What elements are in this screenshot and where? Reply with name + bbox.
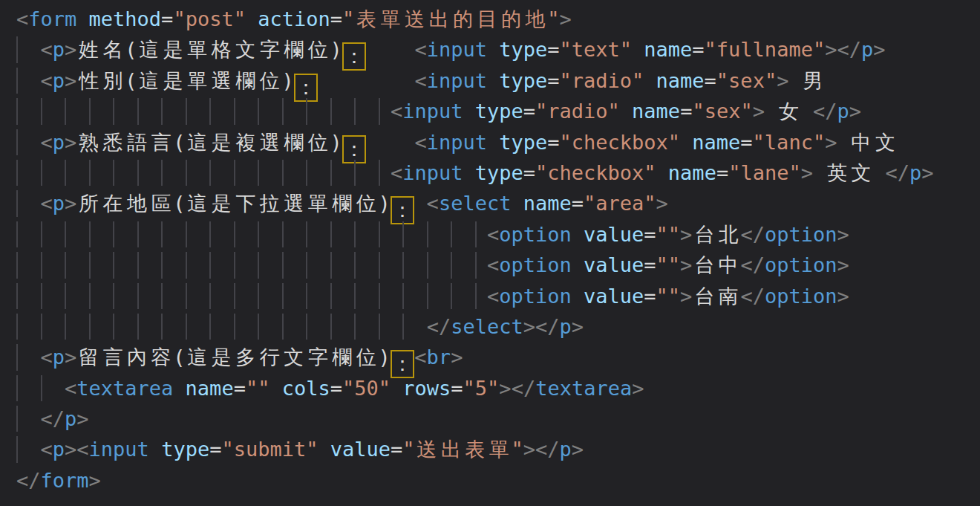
syntax-punctuation: > [65, 438, 76, 461]
syntax-punctuation: > [65, 69, 76, 92]
indent-guide [161, 160, 163, 186]
indent-guide [427, 252, 428, 278]
syntax-string: 目 [475, 4, 500, 34]
code-line-3[interactable]: <p>性別(這是單選欄位)： <input type="radio" name=… [0, 65, 980, 96]
syntax-text: = [523, 100, 535, 123]
indent-guide [16, 221, 18, 247]
syntax-tag: p [65, 407, 76, 430]
indent-guide [41, 314, 42, 340]
syntax-string: "radio" [535, 100, 620, 123]
syntax-text: ( [173, 131, 185, 154]
indent-guide [209, 252, 211, 278]
code-line-15[interactable]: <p><input type="submit" value="送出表單"></p… [0, 434, 980, 464]
indent-guide [16, 190, 18, 216]
indent-guide [186, 283, 187, 309]
indent-guide [354, 160, 356, 186]
indent-guide [475, 221, 477, 247]
code-line-7[interactable]: <p>所在地區(這是下拉選單欄位)： <select name="area"> [0, 188, 980, 218]
syntax-text: 多 [234, 342, 258, 372]
syntax-text [765, 100, 777, 123]
code-line-10[interactable]: <option value="">台南</option> [0, 281, 980, 311]
syntax-punctuation: > [65, 38, 76, 61]
indent-guide [354, 221, 356, 247]
code-line-2[interactable]: <p>姓名(這是單格文字欄位)： <input type="text" name… [0, 34, 980, 65]
syntax-text: 語 [125, 127, 149, 158]
indent-guide [354, 252, 356, 278]
indent-guide [65, 252, 66, 278]
syntax-text [801, 100, 813, 123]
syntax-string: "" [656, 285, 681, 308]
code-line-13[interactable]: <textarea name="" cols="50" rows="5"></t… [0, 373, 980, 403]
indent-guide [282, 160, 284, 186]
indent-guide [402, 252, 404, 278]
indent-guide [113, 221, 114, 247]
syntax-attribute: value [584, 285, 644, 308]
syntax-attribute: name [656, 69, 705, 92]
indent-guide [330, 314, 332, 340]
code-line-4[interactable]: <input type="radio" name="sex"> 女 </p> [0, 96, 980, 126]
indent-guide [137, 314, 139, 340]
code-editor[interactable]: <form method="post" action="表單送出的目的地"> <… [0, 0, 980, 506]
indent-guide [89, 283, 91, 309]
syntax-text [414, 192, 426, 215]
syntax-attribute: name [523, 192, 572, 215]
syntax-text [318, 438, 330, 461]
syntax-attribute: name [644, 38, 692, 61]
code-line-11[interactable]: </select></p> [0, 311, 980, 342]
indent-guide [16, 129, 18, 155]
syntax-string: 單 [487, 434, 512, 464]
code-line-1[interactable]: <form method="post" action="表單送出的目的地"> [0, 4, 980, 34]
syntax-attribute: name [632, 100, 680, 123]
indent-guide [137, 98, 139, 124]
syntax-tag: option [765, 223, 837, 246]
indent-guide [258, 98, 259, 124]
indent-guide [282, 283, 284, 309]
indent-guide [16, 375, 18, 401]
indent-guide [282, 221, 284, 247]
syntax-string: "lane" [728, 161, 801, 184]
syntax-text: 性 [76, 65, 101, 96]
syntax-text: = [716, 161, 728, 184]
syntax-punctuation: < [487, 223, 499, 246]
code-line-12[interactable]: <p>留言內容(這是多行文字欄位)：<br> [0, 342, 980, 372]
syntax-punctuation: </ [813, 100, 837, 123]
code-line-14[interactable]: </p> [0, 403, 980, 434]
syntax-tag: p [53, 38, 65, 61]
code-line-5[interactable]: <p>熟悉語言(這是複選欄位)： <input type="checkbox" … [0, 127, 980, 158]
syntax-string: " [342, 7, 354, 30]
syntax-text [318, 69, 414, 92]
code-line-9[interactable]: <option value="">台中</option> [0, 250, 980, 280]
syntax-text: = [644, 285, 656, 308]
syntax-punctuation: > [680, 223, 692, 246]
indent-guide [234, 221, 235, 247]
syntax-punctuation: > [632, 377, 644, 400]
syntax-text: 選 [258, 127, 282, 158]
syntax-tag: input [427, 69, 487, 92]
indent-guide [379, 221, 380, 247]
code-line-6[interactable]: <input type="checkbox" name="lane"> 英文 <… [0, 158, 980, 188]
syntax-tag: p [53, 192, 65, 215]
syntax-punctuation: < [41, 438, 53, 461]
indent-guide [41, 98, 42, 124]
code-line-8[interactable]: <option value="">台北</option> [0, 219, 980, 250]
indent-guide [16, 344, 18, 370]
syntax-text: 名 [101, 34, 125, 65]
syntax-punctuation: > [65, 192, 76, 215]
syntax-text [572, 285, 584, 308]
syntax-punctuation: > [523, 315, 535, 338]
syntax-punctuation: > [680, 285, 692, 308]
indent-guide [306, 283, 307, 309]
syntax-text: 欄 [282, 34, 307, 65]
code-line-16[interactable]: </form> [0, 465, 980, 496]
syntax-tag: option [499, 253, 572, 276]
indent-guide [306, 314, 307, 340]
syntax-text: 欄 [330, 342, 355, 372]
indent-guide [379, 160, 380, 186]
syntax-text: 選 [282, 188, 307, 218]
syntax-text: 女 [777, 96, 801, 126]
indent-guide [16, 406, 18, 432]
syntax-text: ) [330, 38, 342, 61]
indent-guide [258, 221, 259, 247]
syntax-text: 台 [692, 281, 716, 311]
indent-guide [65, 221, 66, 247]
